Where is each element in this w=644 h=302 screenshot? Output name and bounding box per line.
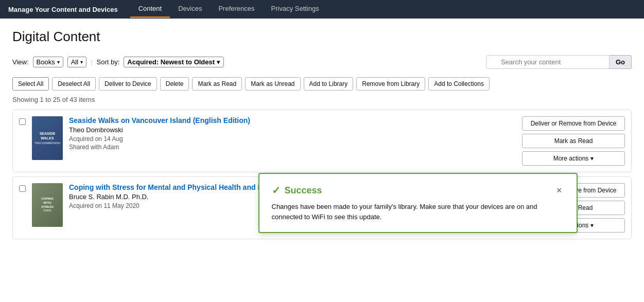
delete-button[interactable]: Delete	[160, 77, 189, 91]
book-1-more-chevron-icon: ▾	[590, 155, 594, 162]
mark-as-unread-button[interactable]: Mark as Unread	[245, 77, 300, 91]
modal-title: ✓ Success	[272, 184, 322, 197]
sort-value: Acquired: Newest to Oldest	[127, 58, 215, 66]
book-1-cover-image: SEASIDEWALKSTHEO DOMBROWSKI	[32, 116, 63, 160]
sort-label: Sort by:	[97, 58, 120, 66]
deliver-to-device-button[interactable]: Deliver to Device	[99, 77, 157, 91]
action-bar: Select All Deselect All Deliver to Devic…	[12, 77, 632, 91]
book-2-cover: COPINGWITHSTRESSRABIN	[32, 183, 63, 227]
tab-devices[interactable]: Devices	[170, 1, 210, 18]
success-modal: ✓ Success × Changes have been made to yo…	[258, 173, 578, 233]
book-1-more-label: More actions	[553, 155, 589, 162]
table-row: SEASIDEWALKSTHEO DOMBROWSKI Seaside Walk…	[12, 110, 632, 172]
book-1-author: Theo Dombrowski	[69, 126, 516, 134]
filter-right: 🔍 Go	[486, 55, 632, 69]
select-all-button[interactable]: Select All	[12, 77, 49, 91]
top-nav: Manage Your Content and Devices Content …	[0, 0, 644, 19]
book-1-actions: Deliver or Remove from Device Mark as Re…	[522, 116, 625, 166]
tab-preferences[interactable]: Preferences	[210, 1, 263, 18]
remove-from-library-button[interactable]: Remove from Library	[356, 77, 425, 91]
main-content: Digital Content View: Books All | Sort b…	[0, 19, 644, 302]
filter-divider: |	[91, 58, 92, 66]
book-1-more-button[interactable]: More actions ▾	[522, 151, 625, 166]
nav-tabs: Content Devices Preferences Privacy Sett…	[130, 1, 327, 18]
filter-bar: View: Books All | Sort by: Acquired: New…	[12, 55, 632, 69]
tab-privacy[interactable]: Privacy Settings	[263, 1, 327, 18]
book-1-info: Seaside Walks on Vancouver Island (Engli…	[69, 116, 516, 151]
go-button[interactable]: Go	[610, 55, 632, 69]
close-modal-button[interactable]: ×	[554, 185, 564, 196]
sort-chevron-icon: ▾	[217, 58, 220, 66]
book-1-checkbox[interactable]	[19, 118, 26, 125]
book-2-more-chevron-icon: ▾	[590, 222, 594, 229]
book-2-checkbox[interactable]	[19, 185, 26, 192]
add-to-collections-button[interactable]: Add to Collections	[428, 77, 490, 91]
search-wrapper: 🔍 Go	[486, 55, 632, 69]
app-title: Manage Your Content and Devices	[8, 6, 118, 13]
modal-header: ✓ Success ×	[272, 184, 564, 197]
view-dropdown[interactable]: Books	[33, 57, 63, 67]
showing-label: Showing 1 to 25 of 43 items	[12, 96, 632, 103]
deselect-all-button[interactable]: Deselect All	[52, 77, 96, 91]
view-label: View:	[12, 58, 29, 66]
page-title: Digital Content	[12, 29, 632, 45]
filter-left: View: Books All | Sort by: Acquired: New…	[12, 57, 224, 67]
mark-as-read-button[interactable]: Mark as Read	[192, 77, 242, 91]
search-input[interactable]	[486, 55, 610, 69]
modal-message: Changes have been made to your family's …	[272, 202, 564, 222]
check-icon: ✓	[272, 184, 281, 197]
modal-title-text: Success	[285, 185, 322, 196]
book-1-cover: SEASIDEWALKSTHEO DOMBROWSKI	[32, 116, 63, 160]
add-to-library-button[interactable]: Add to Library	[304, 77, 354, 91]
all-dropdown[interactable]: All	[67, 57, 86, 67]
book-1-deliver-button[interactable]: Deliver or Remove from Device	[522, 116, 625, 131]
book-2-cover-image: COPINGWITHSTRESSRABIN	[32, 183, 63, 227]
book-1-mark-read-button[interactable]: Mark as Read	[522, 134, 625, 148]
sort-dropdown[interactable]: Acquired: Newest to Oldest ▾	[124, 57, 224, 67]
tab-content[interactable]: Content	[130, 1, 170, 18]
modal-body: Changes have been made to your family's …	[272, 202, 564, 222]
book-1-title[interactable]: Seaside Walks on Vancouver Island (Engli…	[69, 116, 250, 125]
book-1-acquired: Acquired on 14 Aug	[69, 135, 516, 143]
book-1-shared: Shared with Adam	[69, 144, 516, 151]
